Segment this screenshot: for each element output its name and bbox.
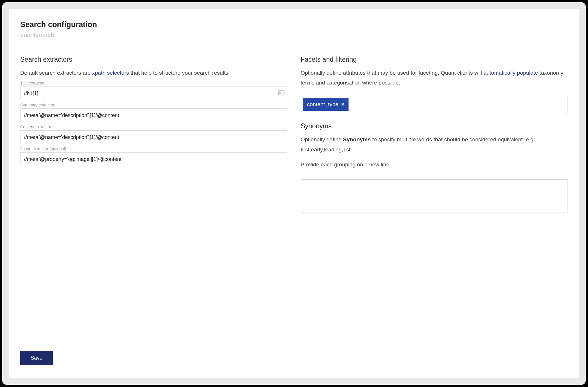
config-card: Search configuration quantsearch Search … [9,9,579,378]
image-extractor-label: Image extractor (optional) [20,146,287,151]
facet-tag-label: content_type [307,101,338,108]
facet-tag-remove[interactable]: × [341,101,344,108]
image-extractor-input[interactable] [20,152,287,166]
columns: Search extractors Default search extract… [20,56,568,214]
title-extractor-input[interactable] [20,87,287,100]
synonyms-input[interactable] [301,179,568,213]
window-frame: Search configuration quantsearch Search … [2,2,586,385]
facet-tag: content_type × [303,98,349,111]
title-extractor-wrap [20,87,287,100]
facets-column: Facets and filtering Optionally define a… [301,56,568,214]
synonyms-desc-prefix: Optionally define [301,136,343,142]
content-extractor-input[interactable] [20,130,287,144]
facets-tag-input[interactable]: content_type × [301,96,568,113]
extractors-heading: Search extractors [20,56,287,63]
extractors-description: Default search extractors are xpath sele… [20,68,287,78]
xpath-selectors-link[interactable]: xpath selectors [92,70,129,76]
extractors-desc-suffix: that help to structure your search resul… [129,70,230,76]
title-extractor-label: Title extractor [20,81,287,85]
extractors-column: Search extractors Default search extract… [20,56,287,214]
extractors-desc-prefix: Default search extractors are [20,70,92,76]
summary-extractor-input[interactable] [20,108,287,122]
content-extractor-label: Content extractor [20,125,287,129]
synonyms-desc-strong: Synonyms [343,136,371,142]
facets-desc-prefix: Optionally define attributes that may be… [301,70,484,76]
facets-description: Optionally define attributes that may be… [301,68,568,88]
page-title: Search configuration [20,20,568,29]
synonyms-section: Synonyms Optionally define Synonyms to s… [301,122,568,214]
page-subtitle: quantsearch [20,31,568,38]
save-button[interactable]: Save [20,351,53,365]
summary-extractor-label: Summary extractor [20,103,287,107]
synonyms-hint: Provide each grouping on a new line. [301,160,568,170]
synonyms-description: Optionally define Synonyms to specify mu… [301,135,568,154]
facets-heading: Facets and filtering [301,56,568,63]
auto-populate-link[interactable]: automatically populate [484,70,538,76]
synonyms-heading: Synonyms [301,122,568,130]
